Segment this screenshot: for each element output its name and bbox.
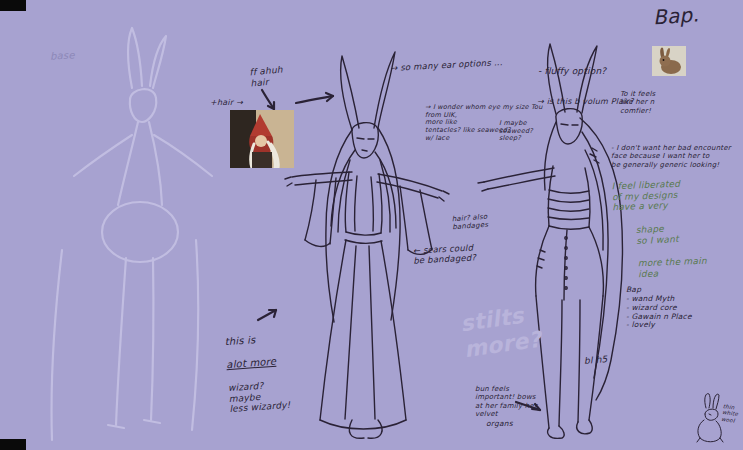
rabbit-reference-photo	[652, 46, 686, 76]
annotation-liberated: I feel liberated of my designs have a ve…	[611, 179, 681, 213]
annotation-hair-bandages: hair? also bandages	[451, 213, 488, 232]
annotation-base: base	[50, 49, 75, 62]
ghost-base-figure-sketch	[52, 28, 212, 440]
annotation-plus-hair: +hair →	[210, 98, 243, 107]
annotation-wizard-note: this is alot more wizard? maybe less wiz…	[223, 320, 291, 427]
annotation-fluffy-option: - fluffy option?	[538, 66, 606, 77]
annotation-signature: bl h5	[584, 354, 608, 367]
annotation-bun-note: bun feels important! bows at her family …	[475, 385, 537, 418]
annotation-scars: ← scars could be bandaged?	[413, 242, 477, 265]
rabbit-photo-image	[652, 46, 686, 76]
ui-corner-bar-bottom-left	[0, 439, 26, 450]
annotation-shape: shape so I want	[635, 223, 679, 246]
annotation-bap-list: Bap - wand Myth - wizard core - Gawain n…	[626, 286, 692, 330]
annotation-title: Bap.	[652, 3, 699, 30]
annotation-wizard-line3: wizard? maybe less wizardy!	[228, 379, 291, 415]
sketch-layer	[0, 0, 743, 450]
annotation-generic-face: - I don't want her bad encounter face be…	[611, 144, 731, 169]
annotation-wizard-line2: alot more	[226, 355, 288, 371]
annotation-organs: organs	[486, 420, 513, 429]
reference-art-image	[230, 110, 294, 168]
annotation-comfier: To it feels like her n comfier!	[620, 90, 655, 115]
character-reference-thumbnail	[230, 110, 294, 168]
annotation-stilts: stilts more?	[459, 301, 543, 363]
annotation-ff-hair: ff ahuh hair	[249, 65, 284, 89]
art-canvas[interactable]: Bap. base +hair → ff ahuh hair → so many…	[0, 0, 743, 450]
ui-corner-bar-top-left	[0, 0, 26, 11]
annotation-seaweed-sleep: I maybe seaweed? sleep?	[499, 120, 533, 143]
annotation-wizard-line1: this is	[224, 332, 286, 348]
bunny-doodle-sketch	[697, 394, 723, 442]
annotation-bunny-tag: thin white wool	[721, 403, 740, 424]
annotation-main-idea: more the main idea	[638, 256, 708, 280]
